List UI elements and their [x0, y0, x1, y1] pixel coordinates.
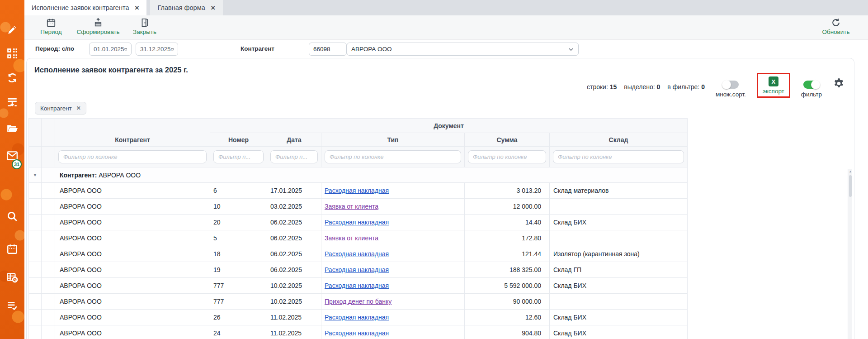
- table-row[interactable]: АВРОРА ООО2411.02.2025Расходная накладна…: [29, 325, 688, 339]
- table-row[interactable]: АВРОРА ООО506.02.2025Заявка от клиента17…: [29, 230, 688, 246]
- row-spacer-cell: [42, 230, 55, 246]
- table-row[interactable]: АВРОРА ООО2611.02.2025Расходная накладна…: [29, 310, 688, 325]
- cell-amount: 172.80: [465, 230, 550, 246]
- period-button[interactable]: Период: [26, 18, 76, 35]
- doc-type-link[interactable]: Приход денег по банку: [325, 298, 392, 305]
- column-header-amount[interactable]: Сумма: [465, 133, 550, 147]
- row-spacer-cell: [42, 294, 55, 310]
- calendar-icon[interactable]: [6, 243, 18, 255]
- column-header-warehouse[interactable]: Склад: [550, 133, 688, 147]
- contragent-select[interactable]: АВРОРА ООО: [347, 43, 579, 56]
- calendar-icon[interactable]: [124, 46, 127, 53]
- search-icon[interactable]: [6, 210, 18, 222]
- doc-type-link[interactable]: Заявка от клиента: [325, 203, 378, 210]
- contragent-code-input[interactable]: 66098: [309, 43, 347, 56]
- tab-request-execution[interactable]: Исполнение заявок контрагента ✕: [24, 0, 146, 15]
- doc-type-link[interactable]: Расходная накладная: [325, 314, 389, 321]
- filter-input-contragent[interactable]: [58, 150, 207, 163]
- table-row[interactable]: АВРОРА ООО1906.02.2025Расходная накладна…: [29, 262, 688, 278]
- calendar-icon[interactable]: [171, 46, 174, 53]
- tab-close-icon[interactable]: ✕: [134, 5, 139, 11]
- export-highlight-box[interactable]: X экспорт: [757, 73, 790, 98]
- rows-count-label: строки:: [587, 83, 608, 91]
- gear-icon[interactable]: [833, 77, 845, 90]
- collapse-lines-icon[interactable]: [6, 96, 18, 108]
- column-header-date[interactable]: Дата: [267, 133, 321, 147]
- cell-number: 20: [210, 215, 267, 230]
- row-spacer-cell: [42, 215, 55, 230]
- table-row[interactable]: АВРОРА ООО1806.02.2025Расходная накладна…: [29, 246, 688, 262]
- collapse-triangle-icon[interactable]: ▼: [29, 167, 42, 183]
- table-row[interactable]: АВРОРА ООО77710.02.2025Расходная накладн…: [29, 278, 688, 294]
- row-expander-cell: [29, 310, 42, 325]
- rows-count-value: 15: [610, 83, 617, 91]
- tab-close-icon[interactable]: ✕: [211, 5, 216, 11]
- filter-toggle[interactable]: фильтр: [801, 81, 822, 98]
- close-button[interactable]: Закрыть: [127, 18, 163, 35]
- cell-amount: 121.44: [465, 246, 550, 262]
- column-header-number[interactable]: Номер: [210, 133, 267, 147]
- filter-input-date[interactable]: [270, 150, 318, 163]
- toggle-on-pill[interactable]: [803, 81, 820, 89]
- doc-type-link[interactable]: Расходная накладная: [325, 266, 389, 273]
- doc-type-link[interactable]: Расходная накладная: [325, 329, 389, 337]
- group-row-label: Контрагент:: [60, 172, 97, 179]
- doc-type-link[interactable]: Расходная накладная: [325, 250, 389, 258]
- column-header-type[interactable]: Тип: [321, 133, 465, 147]
- column-header-contragent[interactable]: Контрагент: [55, 119, 210, 147]
- refresh-button[interactable]: Обновить: [811, 18, 861, 35]
- doc-type-link[interactable]: Заявка от клиента: [325, 234, 378, 242]
- contragent-name-value: АВРОРА ООО: [351, 46, 392, 53]
- doc-type-link[interactable]: Расходная накладная: [325, 282, 389, 289]
- filter-input-number[interactable]: [213, 150, 264, 163]
- contragent-code-value: 66098: [313, 46, 330, 53]
- cell-doc-type: Расходная накладная: [321, 262, 465, 278]
- chip-close-icon[interactable]: ✕: [76, 105, 81, 111]
- checklist-icon[interactable]: [6, 300, 18, 311]
- pencil-icon[interactable]: [6, 24, 18, 36]
- table-row[interactable]: АВРОРА ООО1003.02.2025Заявка от клиента1…: [29, 199, 688, 215]
- row-spacer-cell: [42, 262, 55, 278]
- report-panel: Исполнение заявок контрагента за 2025 г.…: [26, 58, 854, 339]
- date-to-input[interactable]: 31.12.2025: [136, 43, 178, 56]
- filter-input-warehouse[interactable]: [553, 150, 684, 163]
- table-row[interactable]: АВРОРА ООО77710.02.2025Приход денег по б…: [29, 294, 688, 310]
- scrollbar-thumb[interactable]: [849, 175, 852, 197]
- grouping-chip-contragent[interactable]: Контрагент ✕: [35, 102, 86, 115]
- scroll-up-icon[interactable]: ▲: [848, 170, 853, 173]
- expander-column-header: [29, 119, 42, 147]
- row-expander-cell: [29, 278, 42, 294]
- multisort-toggle[interactable]: множ.сорт.: [716, 81, 746, 98]
- vertical-scrollbar[interactable]: ▲: [848, 169, 852, 339]
- table-clock-icon[interactable]: [6, 272, 18, 283]
- period-button-label: Период: [40, 29, 61, 35]
- folder-icon[interactable]: [6, 123, 18, 134]
- cell-number: 777: [210, 294, 267, 310]
- cell-amount: 188 325.00: [465, 262, 550, 278]
- doc-type-link[interactable]: Расходная накладная: [325, 219, 389, 226]
- group-row-text: Контрагент: АВРОРА ООО: [42, 167, 688, 183]
- tab-main-form[interactable]: Главная форма ✕: [150, 0, 222, 15]
- cell-contragent: АВРОРА ООО: [55, 262, 210, 278]
- doc-type-link[interactable]: Расходная накладная: [325, 187, 389, 194]
- group-row[interactable]: ▼ Контрагент: АВРОРА ООО: [29, 167, 688, 183]
- date-from-input[interactable]: 01.01.2025: [89, 43, 132, 56]
- filter-cell-empty: [29, 147, 42, 167]
- sync-icon[interactable]: [6, 72, 18, 84]
- filter-input-type[interactable]: [325, 150, 461, 163]
- cell-doc-type: Расходная накладная: [321, 278, 465, 294]
- cell-warehouse: Склад материалов: [550, 183, 688, 199]
- report-title: Исполнение заявок контрагента за 2025 г.: [34, 66, 188, 74]
- cell-contragent: АВРОРА ООО: [55, 230, 210, 246]
- cell-doc-type: Заявка от клиента: [321, 230, 465, 246]
- group-row-value: АВРОРА ООО: [99, 172, 141, 179]
- row-spacer-cell: [42, 310, 55, 325]
- table-row[interactable]: АВРОРА ООО617.01.2025Расходная накладная…: [29, 183, 688, 199]
- toggle-off-pill[interactable]: [722, 81, 739, 89]
- table-row[interactable]: АВРОРА ООО2006.02.2025Расходная накладна…: [29, 215, 688, 230]
- cell-amount: 904.80: [465, 325, 550, 339]
- qr-code-icon[interactable]: [6, 48, 18, 59]
- generate-button[interactable]: Сформировать: [73, 18, 123, 35]
- calendar-icon: [46, 18, 56, 28]
- filter-input-amount[interactable]: [468, 150, 546, 163]
